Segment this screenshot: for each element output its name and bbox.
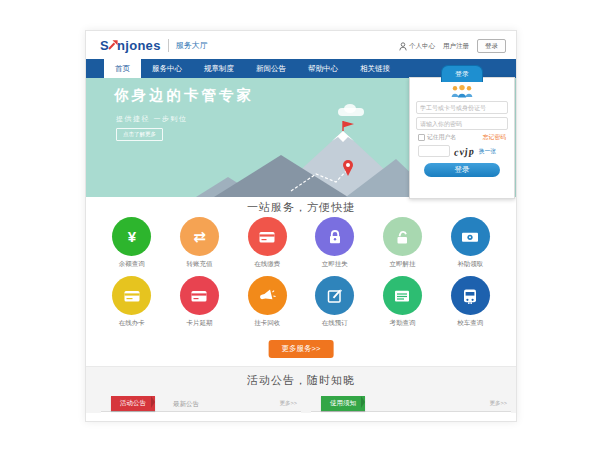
service-label: 补助领取: [457, 260, 483, 269]
nav-item-news[interactable]: 新闻公告: [245, 59, 297, 78]
banner-cta-button[interactable]: 点击了解更多: [116, 128, 163, 141]
personal-center-link[interactable]: 个人中心: [399, 42, 435, 51]
service-item-pay-online[interactable]: 在线缴费: [233, 217, 301, 269]
service-item-report-loss[interactable]: 立即挂失: [301, 217, 369, 269]
login-tab[interactable]: 登录: [441, 65, 483, 82]
bus-icon: [451, 276, 490, 315]
captcha-image: cvjp: [454, 145, 475, 157]
captcha-refresh-link[interactable]: 换一张: [479, 147, 496, 156]
nav-item-help[interactable]: 帮助中心: [297, 59, 349, 78]
lock-open-icon: [383, 217, 422, 256]
service-label: 余额查询: [119, 260, 145, 269]
users-icon: [448, 84, 476, 98]
services-title: 一站服务，方便快捷: [86, 200, 516, 215]
notice-ribbon[interactable]: 使用须知: [321, 396, 365, 411]
megaphone-icon: [248, 276, 287, 315]
service-label: 立即挂失: [322, 260, 348, 269]
service-label: 在线办卡: [119, 319, 145, 328]
lock-closed-icon: [315, 217, 354, 256]
service-label: 在线预订: [322, 319, 348, 328]
banner-subline: 提供捷径 一步到位: [116, 114, 187, 124]
service-label: 挂卡回收: [254, 319, 280, 328]
login-panel: 登录 记住用户名 忘记密码 cvjp 换一张 登录: [409, 77, 515, 199]
service-item-subsidy[interactable]: 补助领取: [436, 217, 504, 269]
banner-headline: 你身边的卡管专家: [114, 86, 254, 105]
login-submit-button[interactable]: 登录: [424, 163, 500, 177]
remember-row: 记住用户名 忘记密码: [418, 133, 506, 142]
service-item-apply-card[interactable]: 在线办卡: [98, 276, 166, 328]
bottom-strip: [86, 413, 516, 422]
service-item-card-recycle[interactable]: 挂卡回收: [233, 276, 301, 328]
personal-center-label: 个人中心: [409, 42, 435, 51]
services-grid: ¥ 余额查询 ⇄ 转账充值 在线缴费: [98, 217, 504, 328]
person-icon: [399, 42, 407, 51]
service-item-unlock[interactable]: 立即解挂: [369, 217, 437, 269]
captcha-row: cvjp 换一张: [418, 145, 506, 157]
credit-card-icon: [248, 217, 287, 256]
card-icon: [180, 276, 219, 315]
yen-glyph: ¥: [128, 229, 136, 244]
service-item-attendance[interactable]: 考勤查询: [369, 276, 437, 328]
forgot-password-link[interactable]: 忘记密码: [483, 133, 506, 142]
banknote-icon: [451, 217, 490, 256]
nav-item-home[interactable]: 首页: [104, 59, 141, 78]
service-label: 转账充值: [186, 260, 212, 269]
remember-label: 记住用户名: [427, 133, 456, 142]
activity-more-link[interactable]: 更多>>: [280, 400, 297, 407]
notice-panel-header: 使用须知 更多>>: [311, 396, 511, 412]
notice-more-link[interactable]: 更多>>: [490, 400, 507, 407]
register-link[interactable]: 用户注册: [443, 42, 469, 51]
site-logo[interactable]: S njones 服务大厅: [100, 38, 208, 53]
nav-item-service-center[interactable]: 服务中心: [141, 59, 193, 78]
service-item-transfer[interactable]: ⇄ 转账充值: [166, 217, 234, 269]
service-item-reservation[interactable]: 在线预订: [301, 276, 369, 328]
site-page: S njones 服务大厅 个人中心 用户注册 登录 首页 服务中: [85, 30, 517, 422]
activity-ribbon[interactable]: 活动公告: [111, 396, 155, 411]
service-label: 考勤查询: [389, 319, 415, 328]
service-label: 卡片延期: [186, 319, 212, 328]
cloud-icon: [338, 108, 364, 116]
remember-checkbox[interactable]: [418, 134, 425, 141]
header-utility-links: 个人中心 用户注册 登录: [399, 39, 506, 53]
register-label: 用户注册: [443, 42, 469, 51]
transfer-arrows-icon: ⇄: [180, 217, 219, 256]
edit-icon: [315, 276, 354, 315]
mountain-illustration: [196, 119, 436, 197]
service-label: 校车查询: [457, 319, 483, 328]
header-login-button[interactable]: 登录: [477, 39, 506, 53]
announcements-title: 活动公告，随时知晓: [86, 373, 516, 388]
password-input[interactable]: [416, 117, 508, 130]
announcements-section: 活动公告，随时知晓 活动公告 最新公告 更多>> 使用须知 更多>>: [86, 366, 516, 422]
yen-icon: ¥: [112, 217, 151, 256]
nav-item-rules[interactable]: 规章制度: [193, 59, 245, 78]
card-icon: [112, 276, 151, 315]
logo-product-name: 服务大厅: [168, 39, 208, 52]
attendance-icon: [383, 276, 422, 315]
service-item-card-renewal[interactable]: 卡片延期: [166, 276, 234, 328]
transfer-glyph: ⇄: [193, 229, 206, 244]
activity-panel-header: 活动公告 最新公告 更多>>: [101, 396, 301, 412]
top-header: S njones 服务大厅 个人中心 用户注册 登录: [86, 31, 516, 59]
logo-text-rest: njones: [117, 38, 161, 53]
service-label: 在线缴费: [254, 260, 280, 269]
service-label: 立即解挂: [389, 260, 415, 269]
services-section: 一站服务，方便快捷 ¥ 余额查询 ⇄ 转账充值: [86, 197, 516, 366]
service-item-school-bus[interactable]: 校车查询: [436, 276, 504, 328]
more-services-button[interactable]: 更多服务>>: [269, 340, 334, 358]
nav-item-links[interactable]: 相关链接: [349, 59, 401, 78]
latest-news-tab[interactable]: 最新公告: [173, 400, 199, 409]
captcha-input[interactable]: [418, 145, 450, 157]
username-input[interactable]: [416, 101, 508, 114]
service-item-balance[interactable]: ¥ 余额查询: [98, 217, 166, 269]
